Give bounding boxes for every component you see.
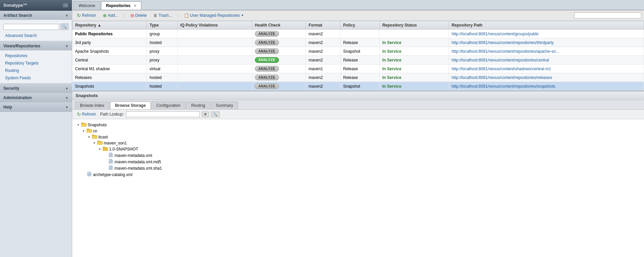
trash-button[interactable]: 🗑 Trash... [151,12,174,18]
cell-format: maven1 [306,65,340,73]
table-row[interactable]: CentralproxyANALYZEmaven2ReleaseIn Servi… [73,56,644,65]
toolbar-sep-2: | [177,13,178,18]
tree-item-label: maven-metadata.xml.sha1 [114,166,162,171]
folder-open-icon [81,122,87,128]
artifact-search-input[interactable] [3,24,59,30]
repository-table: Repository ▲ Type IQ Policy Violations H… [72,21,644,91]
delete-icon: ⊖ [130,13,134,18]
table-row[interactable]: ReleaseshostedANALYZEmaven2ReleaseIn Ser… [73,73,644,82]
artifact-search-button[interactable]: 🔍 [60,24,68,30]
toolbar-search-input[interactable] [574,12,641,18]
cell-type: group [147,30,177,38]
cell-path[interactable]: http://localhost:8081/nexus/content/repo… [449,73,644,82]
sidebar-section-header-security[interactable]: Security ▼ [0,84,72,93]
cell-path[interactable]: http://localhost:8081/nexus/content/repo… [449,82,644,91]
sidebar-item-advanced-search[interactable]: Advanced Search [0,32,72,39]
cell-format: maven2 [306,47,340,56]
col-repo-path: Repository Path [449,21,644,30]
analyze-button[interactable]: ANALYZE [255,31,279,37]
tab-repositories[interactable]: Repositories ✕ [101,1,141,10]
bottom-tab-configuration[interactable]: Configuration [151,101,185,109]
bottom-tab-routing[interactable]: Routing [186,101,210,109]
delete-button[interactable]: ⊖ Delete [128,12,149,19]
tree-expander[interactable]: ▼ [87,135,91,139]
table-row[interactable]: Apache SnapshotsproxyANALYZEmaven2Snapsh… [73,47,644,56]
tree-expander[interactable] [82,173,86,177]
tree-item[interactable]: maven-metadata.xml [103,152,640,159]
sidebar-section-header-administration[interactable]: Administration ▼ [0,93,72,102]
analyze-button[interactable]: ANALYZE [255,75,279,80]
artifact-search-box-container: 🔍 [0,22,72,32]
bottom-refresh-button[interactable]: ↻ Refresh [75,111,98,118]
tree-item[interactable]: maven-metadata.xml.sha1 [103,165,640,171]
table-row[interactable]: 3rd partyhostedANALYZEmaven2ReleaseIn Se… [73,38,644,47]
analyze-button[interactable]: ANALYZE [255,57,279,63]
sidebar-section-header-views-repositories[interactable]: Views/Repositories ▼ [0,41,72,50]
svg-rect-3 [87,129,89,130]
col-iq-policy: IQ Policy Violations [177,21,252,30]
tree-item[interactable]: ▼Snapshots [76,122,640,128]
sidebar-item-system-feeds[interactable]: System Feeds [0,74,72,82]
sidebar-item-routing[interactable]: Routing [0,67,72,74]
tree-item-label: cn [93,129,97,133]
tree-item[interactable]: ▼cn [82,128,640,134]
tree-children: ▼cn▼itcast▼maven_son1▼1.0-SNAPSHOTmaven-… [82,128,640,178]
tree-expander[interactable]: ▼ [98,147,102,151]
tree-expander[interactable]: ▼ [76,123,80,127]
tree-expander[interactable] [103,154,107,158]
tab-welcome[interactable]: Welcome [74,1,100,10]
refresh-button[interactable]: ↻ Refresh [75,12,98,19]
sidebar-collapse-button[interactable]: « [62,3,68,8]
bottom-panel-title: Snapshots [72,91,644,100]
cell-policy: Release [340,56,379,65]
bottom-tab-summary[interactable]: Summary [211,101,238,109]
sidebar: Sonatype™ « Artifact Search ▼ 🔍 Advanced… [0,0,72,257]
path-clear-button[interactable]: ✕ [202,112,209,117]
add-button[interactable]: ⊕ Add... [101,12,120,19]
file-tree: ▼Snapshots▼cn▼itcast▼maven_son1▼1.0-SNAP… [72,119,644,257]
path-lookup-label: Path Lookup: [100,112,124,117]
svg-rect-9 [103,147,105,148]
tree-expander[interactable]: ▼ [82,129,86,133]
table-row[interactable]: Public RepositoriesgroupANALYZEmaven2htt… [73,30,644,38]
table-row[interactable]: SnapshotshostedANALYZEmaven2SnapshotIn S… [73,82,644,91]
cell-path[interactable]: http://localhost:8081/nexus/content/repo… [449,56,644,65]
user-managed-button[interactable]: 📋 User Managed Repositories ▼ [182,12,246,18]
sidebar-item-repository-targets[interactable]: Repository Targets [0,59,72,67]
sidebar-item-repositories[interactable]: Repositories [0,52,72,59]
cell-path[interactable]: http://localhost:8081/nexus/content/grou… [449,30,644,38]
tree-item[interactable]: maven-metadata.xml.md5 [103,159,640,165]
cell-path[interactable]: http://localhost:8081/nexus/content/repo… [449,38,644,47]
tree-item[interactable]: archetype-catalog.xml [82,171,640,178]
main-content: Welcome Repositories ✕ ↻ Refresh ⊕ Add..… [72,0,644,257]
analyze-button[interactable]: ANALYZE [255,40,279,45]
bottom-tab-browse-index[interactable]: Browse Index [75,101,109,109]
tree-expander[interactable] [103,160,107,164]
analyze-button[interactable]: ANALYZE [255,83,279,89]
path-search-button[interactable]: 🔍 [211,112,220,117]
security-arrow: ▼ [65,87,68,90]
sidebar-section-help: Help ▼ [0,102,72,112]
table-row[interactable]: Central M1 shadowvirtualANALYZEmaven1Rel… [73,65,644,73]
toolbar-sep-1: | [124,13,125,18]
analyze-button[interactable]: ANALYZE [255,48,279,54]
sidebar-section-header-help[interactable]: Help ▼ [0,102,72,112]
bottom-tab-browse-storage[interactable]: Browse Storage [110,101,151,109]
tree-expander[interactable]: ▼ [92,141,96,145]
tree-item[interactable]: ▼1.0-SNAPSHOT [98,146,640,152]
tree-item[interactable]: ▼itcast [87,134,640,140]
tab-repositories-close[interactable]: ✕ [134,4,136,8]
path-lookup-input[interactable] [126,111,200,117]
tree-item[interactable]: ▼maven_son1 [92,140,640,146]
artifact-search-content: 🔍 Advanced Search [0,20,72,41]
col-repository: Repository ▲ [73,21,147,30]
cell-path[interactable]: http://localhost:8081/nexus/content/shad… [449,65,644,73]
sidebar-section-label-administration: Administration [3,95,32,100]
tree-expander[interactable] [103,166,107,170]
cell-iq [177,82,252,91]
sidebar-section-header-artifact-search[interactable]: Artifact Search ▼ [0,11,72,20]
tab-welcome-label: Welcome [79,3,95,8]
cell-path[interactable]: http://localhost:8081/nexus/content/repo… [449,47,644,56]
folder-open-icon [87,128,92,134]
analyze-button[interactable]: ANALYZE [255,66,279,72]
